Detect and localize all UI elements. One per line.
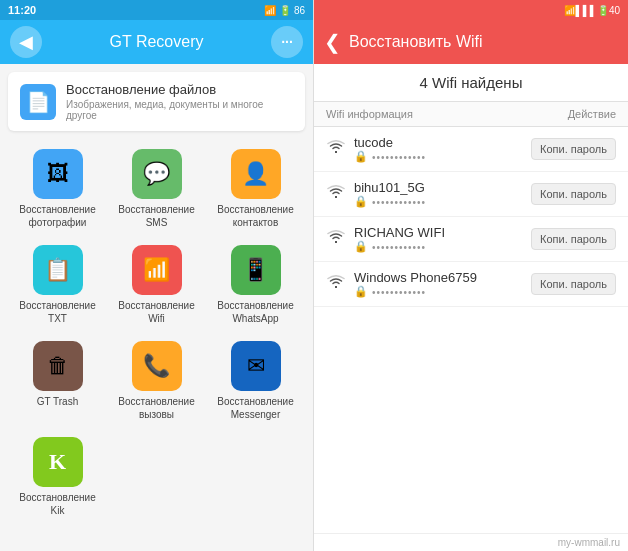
calls-label: Восстановление вызовы xyxy=(115,395,199,421)
signal-bars-right: ▌▌▌ xyxy=(576,5,597,16)
calls-icon: 📞 xyxy=(132,341,182,391)
trash-icon: 🗑 xyxy=(33,341,83,391)
watermark: my-wmmail.ru xyxy=(314,533,628,551)
txt-icon: 📋 xyxy=(33,245,83,295)
lock-icon-1: 🔒 xyxy=(354,195,368,208)
wifi-info-3: Windows Phone6759 🔒 •••••••••••• xyxy=(354,270,523,298)
grid-item-whatsapp[interactable]: 📱 Восстановление WhatsApp xyxy=(212,239,300,331)
wifi-password-2: •••••••••••• xyxy=(372,242,426,253)
photos-icon: 🖼 xyxy=(33,149,83,199)
messenger-label: Восстановление Messenger xyxy=(214,395,298,421)
wifi-password-0: •••••••••••• xyxy=(372,152,426,163)
wifi-item-3: Windows Phone6759 🔒 •••••••••••• Копи. п… xyxy=(314,262,628,307)
left-panel: 11:20 📶 🔋 86 ◀ GT Recovery ··· 📄 Восстан… xyxy=(0,0,314,551)
wifi-count-text: 4 Wifi найдены xyxy=(420,74,523,91)
more-button[interactable]: ··· xyxy=(271,26,303,58)
battery-level: 86 xyxy=(294,5,305,16)
file-recovery-banner[interactable]: 📄 Восстановление файлов Изображения, мед… xyxy=(8,72,305,131)
grid-row-1: 🖼 Восстановление фотографии 💬 Восстановл… xyxy=(8,143,305,235)
grid-item-empty1 xyxy=(113,431,201,523)
back-icon-left: ◀ xyxy=(19,31,33,53)
lock-icon-3: 🔒 xyxy=(354,285,368,298)
more-icon: ··· xyxy=(281,34,293,50)
wifi-recovery-icon: 📶 xyxy=(132,245,182,295)
wifi-item-1: bihu101_5G 🔒 •••••••••••• Копи. пароль xyxy=(314,172,628,217)
wifi-name-0: tucode xyxy=(354,135,523,150)
wifi-item-0: tucode 🔒 •••••••••••• Копи. пароль xyxy=(314,127,628,172)
kik-label: Восстановление Kik xyxy=(16,491,100,517)
wifi-info-0: tucode 🔒 •••••••••••• xyxy=(354,135,523,163)
messenger-icon: ✉ xyxy=(231,341,281,391)
grid-item-empty2 xyxy=(212,431,300,523)
wifi-signal-2 xyxy=(326,229,346,249)
grid-item-kik[interactable]: K Восстановление Kik xyxy=(14,431,102,523)
right-header: ❮ Восстановить Wifi xyxy=(314,20,628,64)
back-button-right[interactable]: ❮ xyxy=(324,30,341,54)
file-recovery-text: Восстановление файлов Изображения, медиа… xyxy=(66,82,293,121)
grid-item-trash[interactable]: 🗑 GT Trash xyxy=(14,335,102,427)
grid-item-calls[interactable]: 📞 Восстановление вызовы xyxy=(113,335,201,427)
wifi-label: Восстановление Wifi xyxy=(115,299,199,325)
contacts-icon: 👤 xyxy=(231,149,281,199)
grid-item-wifi[interactable]: 📶 Восстановление Wifi xyxy=(113,239,201,331)
grid-item-photos[interactable]: 🖼 Восстановление фотографии xyxy=(14,143,102,235)
battery-icon: 🔋 xyxy=(279,5,291,16)
status-bar-right: 📶 ▌▌▌ 🔋 40 xyxy=(314,0,628,20)
grid-row-4: K Восстановление Kik xyxy=(8,431,305,523)
wifi-signal-3 xyxy=(326,274,346,294)
file-recovery-icon: 📄 xyxy=(20,84,56,120)
app-title: GT Recovery xyxy=(42,33,271,51)
wifi-signal-1 xyxy=(326,184,346,204)
copy-button-2[interactable]: Копи. пароль xyxy=(531,228,616,250)
wifi-table-header: Wifi информация Действие xyxy=(314,102,628,127)
status-bar-left: 11:20 📶 🔋 86 xyxy=(0,0,313,20)
copy-button-1[interactable]: Копи. пароль xyxy=(531,183,616,205)
battery-level-right: 40 xyxy=(609,5,620,16)
grid-item-sms[interactable]: 💬 Восстановление SMS xyxy=(113,143,201,235)
grid-item-txt[interactable]: 📋 Восстановление TXT xyxy=(14,239,102,331)
grid-row-2: 📋 Восстановление TXT 📶 Восстановление Wi… xyxy=(8,239,305,331)
photos-label: Восстановление фотографии xyxy=(16,203,100,229)
wifi-info-1: bihu101_5G 🔒 •••••••••••• xyxy=(354,180,523,208)
grid-section: 🖼 Восстановление фотографии 💬 Восстановл… xyxy=(0,139,313,551)
grid-item-contacts[interactable]: 👤 Восстановление контактов xyxy=(212,143,300,235)
wifi-list: tucode 🔒 •••••••••••• Копи. пароль bihu1… xyxy=(314,127,628,533)
wifi-password-1: •••••••••••• xyxy=(372,197,426,208)
left-header: ◀ GT Recovery ··· xyxy=(0,20,313,64)
wifi-item-2: RICHANG WIFI 🔒 •••••••••••• Копи. пароль xyxy=(314,217,628,262)
file-icon: 📄 xyxy=(26,90,51,114)
wifi-name-1: bihu101_5G xyxy=(354,180,523,195)
grid-item-messenger[interactable]: ✉ Восстановление Messenger xyxy=(212,335,300,427)
wifi-signal-0 xyxy=(326,139,346,159)
file-recovery-title: Восстановление файлов xyxy=(66,82,293,97)
wifi-name-3: Windows Phone6759 xyxy=(354,270,523,285)
wifi-page-title: Восстановить Wifi xyxy=(349,33,483,51)
copy-button-0[interactable]: Копи. пароль xyxy=(531,138,616,160)
kik-icon: K xyxy=(33,437,83,487)
watermark-text: my-wmmail.ru xyxy=(558,537,620,548)
whatsapp-icon: 📱 xyxy=(231,245,281,295)
whatsapp-label: Восстановление WhatsApp xyxy=(214,299,298,325)
wifi-info-2: RICHANG WIFI 🔒 •••••••••••• xyxy=(354,225,523,253)
txt-label: Восстановление TXT xyxy=(16,299,100,325)
sms-label: Восстановление SMS xyxy=(115,203,199,229)
wifi-action-header: Действие xyxy=(568,108,616,120)
wifi-status-icon: 📶 xyxy=(564,5,576,16)
lock-icon-0: 🔒 xyxy=(354,150,368,163)
file-recovery-subtitle: Изображения, медиа, документы и многое д… xyxy=(66,99,293,121)
wifi-password-3: •••••••••••• xyxy=(372,287,426,298)
back-button-left[interactable]: ◀ xyxy=(10,26,42,58)
signal-icon: 📶 xyxy=(264,5,276,16)
trash-label: GT Trash xyxy=(37,395,79,408)
copy-button-3[interactable]: Копи. пароль xyxy=(531,273,616,295)
grid-row-3: 🗑 GT Trash 📞 Восстановление вызовы ✉ Вос… xyxy=(8,335,305,427)
wifi-count-banner: 4 Wifi найдены xyxy=(314,64,628,102)
status-icons-left: 📶 🔋 86 xyxy=(264,5,305,16)
lock-icon-2: 🔒 xyxy=(354,240,368,253)
wifi-name-2: RICHANG WIFI xyxy=(354,225,523,240)
right-panel: 📶 ▌▌▌ 🔋 40 ❮ Восстановить Wifi 4 Wifi на… xyxy=(314,0,628,551)
battery-icon-right: 🔋 xyxy=(597,5,609,16)
wifi-info-header: Wifi информация xyxy=(326,108,413,120)
sms-icon: 💬 xyxy=(132,149,182,199)
contacts-label: Восстановление контактов xyxy=(214,203,298,229)
